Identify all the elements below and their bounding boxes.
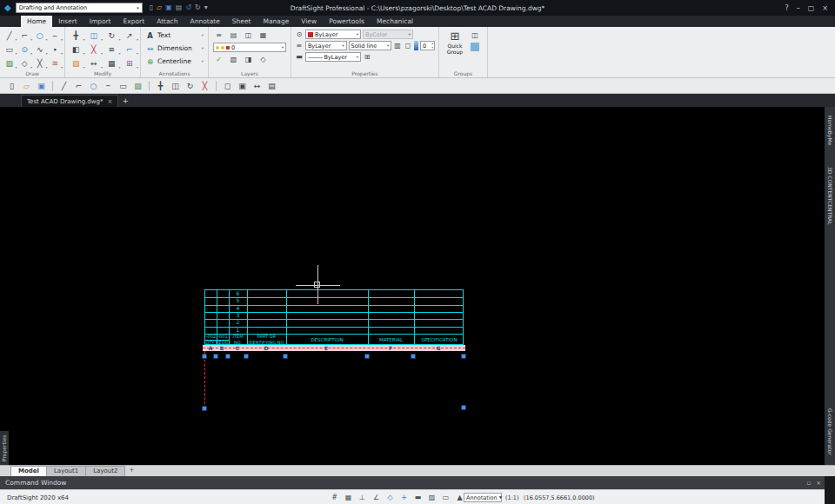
- ribbon-tab[interactable]: Attach: [150, 16, 184, 27]
- line-weight-dropdown[interactable]: ByLayer ▾: [305, 41, 347, 50]
- print-icon[interactable]: ▤: [176, 0, 183, 16]
- rectangle-tool-icon[interactable]: ▭: [117, 80, 130, 92]
- transparency-slider-icon[interactable]: [414, 41, 418, 50]
- ellipse-icon[interactable]: ⊙▾: [17, 43, 33, 56]
- copy-icon[interactable]: ◫▾: [85, 29, 104, 43]
- float-panel-icon[interactable]: ▫: [806, 480, 811, 487]
- ribbon-tab[interactable]: Annotate: [184, 16, 226, 27]
- scale-icon[interactable]: ↗▾: [121, 29, 139, 43]
- layer-freeze-icon[interactable]: ▦: [257, 30, 270, 41]
- grid-icon[interactable]: ▦: [343, 492, 354, 502]
- arc-icon[interactable]: ⌢▾: [48, 29, 63, 43]
- annotation-scale-dropdown[interactable]: Annotation ▼: [464, 493, 502, 502]
- lineweight-icon[interactable]: ▬: [412, 492, 424, 502]
- grip[interactable]: [213, 354, 218, 359]
- toolbar-icon[interactable]: [149, 81, 150, 91]
- properties-panel-tab[interactable]: Properties: [0, 431, 9, 465]
- circle-icon[interactable]: ○▾: [32, 29, 48, 43]
- circle-tool-icon[interactable]: ○: [87, 80, 100, 92]
- minimize-icon[interactable]: –: [797, 4, 800, 12]
- quick-input-icon[interactable]: ▭: [440, 492, 451, 502]
- polar-icon[interactable]: ∠: [371, 492, 382, 502]
- ortho-icon[interactable]: ⊥: [357, 492, 368, 502]
- drawing-canvas[interactable]: 654321 -002 -001 QTY REQD ITEM NO. PART …: [0, 107, 835, 465]
- new-document-tab-button[interactable]: +: [118, 95, 132, 107]
- homebyme-panel-tab[interactable]: HomeByMe: [825, 110, 835, 150]
- ribbon-tab[interactable]: Manage: [257, 16, 296, 27]
- layer-lock-icon[interactable]: ◨: [242, 54, 255, 65]
- ribbon-tab[interactable]: Insert: [52, 16, 84, 27]
- make-flat-icon[interactable]: ⊞: [363, 53, 371, 61]
- offset-icon[interactable]: ≡▾: [103, 43, 121, 56]
- trim-tool-icon[interactable]: ╳: [198, 80, 211, 92]
- entity-transparency-icon[interactable]: ◻: [404, 42, 412, 50]
- ribbon-tab[interactable]: View: [295, 16, 323, 27]
- erase-icon[interactable]: ⊞▾: [121, 56, 139, 70]
- line-icon[interactable]: ╱▾: [2, 29, 17, 43]
- selected-line-entity[interactable]: [204, 351, 205, 408]
- esnap-icon[interactable]: ◇: [384, 492, 396, 502]
- snap-icon[interactable]: #: [329, 492, 340, 502]
- etrack-icon[interactable]: +: [398, 492, 410, 502]
- grip[interactable]: [202, 354, 207, 359]
- save-icon[interactable]: ▣: [165, 0, 172, 16]
- new-file-icon[interactable]: ▯: [150, 0, 153, 16]
- grip[interactable]: [283, 354, 288, 359]
- rectangle-icon[interactable]: ▭▾: [2, 43, 17, 56]
- edit-group-icon[interactable]: ◫: [470, 30, 480, 40]
- revision-cloud-icon[interactable]: ≋▾: [48, 56, 63, 70]
- infinite-line-icon[interactable]: ╳▾: [32, 56, 48, 70]
- close-panel-icon[interactable]: ×: [816, 480, 821, 487]
- hatch-tool-icon[interactable]: ▨: [131, 80, 144, 92]
- parts-list-table[interactable]: 654321 -002 -001 QTY REQD ITEM NO. PART …: [204, 289, 464, 345]
- document-tab[interactable]: Test ACAD Drawing.dwg* ×: [21, 95, 118, 107]
- open-drawing-icon[interactable]: ▱: [20, 80, 33, 92]
- polyline-icon[interactable]: ⌐▾: [17, 29, 33, 43]
- pattern-icon[interactable]: ▦▾: [103, 56, 121, 70]
- centerline-button[interactable]: ⊕ Centerline ▾: [143, 55, 206, 68]
- redo-icon[interactable]: ↻: [195, 0, 201, 16]
- command-window[interactable]: Command Window ▫ ×: [0, 476, 835, 489]
- move-icon[interactable]: ╋▾: [67, 29, 85, 43]
- line-color-dropdown[interactable]: ByLayer ▾: [305, 30, 361, 39]
- restore-icon[interactable]: ▢: [808, 4, 815, 12]
- grip[interactable]: [364, 354, 370, 359]
- grip[interactable]: [225, 354, 230, 359]
- sheet-tab[interactable]: Model: [10, 466, 47, 476]
- pan-icon[interactable]: ↔: [250, 80, 264, 92]
- grip[interactable]: [461, 405, 466, 410]
- dimension-button[interactable]: ↔ Dimension ▾: [143, 42, 206, 55]
- polyline-tool-icon[interactable]: ⌐: [72, 80, 85, 92]
- explode-icon[interactable]: ▨▾: [67, 56, 85, 70]
- new-drawing-icon[interactable]: ▯: [5, 80, 18, 92]
- close-tab-icon[interactable]: ×: [107, 98, 112, 105]
- line-tool-icon[interactable]: ╱: [57, 80, 70, 92]
- selected-table-row[interactable]: ABCDEFG: [203, 345, 465, 351]
- copy-tool-icon[interactable]: ◫: [169, 80, 182, 92]
- move-tool-icon[interactable]: ╋: [154, 80, 167, 92]
- open-file-icon[interactable]: ▱: [157, 0, 162, 16]
- line-style-dropdown[interactable]: Solid line ▾: [349, 41, 392, 50]
- spline-icon[interactable]: ∿▾: [32, 43, 48, 56]
- trim-icon[interactable]: ╳▾: [85, 43, 104, 56]
- properties-panel-icon[interactable]: ▤: [265, 80, 278, 92]
- quick-group-button[interactable]: ⊞ Quick Group: [443, 30, 467, 55]
- undo-icon[interactable]: ↺: [185, 0, 191, 16]
- grip[interactable]: [244, 354, 249, 359]
- polygon-icon[interactable]: ◇▾: [17, 56, 33, 70]
- hatch-icon[interactable]: ▨▾: [2, 56, 17, 70]
- sheet-tab[interactable]: Layout2: [85, 466, 125, 476]
- ribbon-tab[interactable]: Import: [84, 16, 117, 27]
- fillet-icon[interactable]: ⌐▾: [121, 43, 139, 56]
- arc-tool-icon[interactable]: ⌢: [102, 80, 115, 92]
- ribbon-tab[interactable]: Home: [21, 16, 52, 27]
- contentcentral-panel-tab[interactable]: 3D CONTENTCENTRAL: [825, 156, 835, 235]
- text-button[interactable]: A Text ▾: [143, 29, 206, 42]
- mirror-icon[interactable]: ◧▾: [67, 43, 85, 56]
- layer-preview-icon[interactable]: ▤: [227, 30, 240, 41]
- ribbon-tab[interactable]: Export: [117, 16, 151, 27]
- save-drawing-icon[interactable]: ▣: [35, 80, 48, 92]
- point-icon[interactable]: ∙▾: [48, 43, 63, 56]
- toolbar-icon[interactable]: [216, 81, 217, 91]
- transparency-icon[interactable]: ▨: [426, 492, 438, 502]
